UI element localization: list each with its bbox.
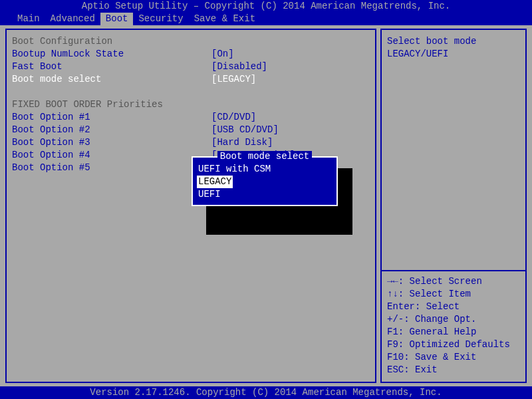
opt-fast-boot[interactable]: Fast Boot [Disabled]: [12, 61, 370, 73]
opt-value: [Hard Disk]: [211, 136, 273, 149]
popup-option-uefi[interactable]: UEFI: [197, 188, 332, 201]
opt-label: Boot Option #1: [12, 111, 211, 124]
content-area: Boot Configuration Bootup NumLock State …: [0, 25, 532, 386]
key-hint: ESC: Exit: [387, 364, 520, 376]
footer-bar: Version 2.17.1246. Copyright (C) 2014 Am…: [0, 386, 532, 399]
boot-option-3[interactable]: Boot Option #3 [Hard Disk]: [12, 136, 370, 149]
boot-option-1[interactable]: Boot Option #1 [CD/DVD]: [12, 111, 370, 124]
opt-label: Boot Option #3: [12, 136, 211, 149]
opt-value: [LEGACY]: [211, 73, 256, 86]
boot-option-2[interactable]: Boot Option #2 [USB CD/DVD]: [12, 124, 370, 136]
opt-value: [USB CD/DVD]: [211, 124, 279, 136]
bios-screen: Aptio Setup Utility – Copyright (C) 2014…: [0, 0, 532, 399]
side-panel: Select boot mode LEGACY/UEFI →←: Select …: [380, 29, 527, 383]
boot-mode-popup: Boot mode select UEFI with CSM LEGACY UE…: [192, 156, 338, 206]
opt-label: Boot Option #4: [12, 149, 211, 162]
opt-numlock[interactable]: Bootup NumLock State [On]: [12, 48, 370, 61]
help-line: LEGACY/UEFI: [387, 48, 520, 61]
menu-advanced[interactable]: Advanced: [45, 13, 100, 25]
section-heading-label: FIXED BOOT ORDER Priorities: [12, 98, 163, 111]
popup-title-text: Boot mode select: [217, 151, 312, 162]
key-hint: ↑↓: Select Item: [387, 288, 520, 301]
opt-boot-mode-select[interactable]: Boot mode select [LEGACY]: [12, 73, 370, 86]
opt-label: Bootup NumLock State: [12, 48, 211, 61]
help-line: Select boot mode: [387, 35, 520, 48]
key-hint: +/-: Change Opt.: [387, 313, 520, 326]
title-bar: Aptio Setup Utility – Copyright (C) 2014…: [0, 0, 532, 13]
help-divider: [382, 270, 525, 271]
menu-save-exit[interactable]: Save & Exit: [189, 13, 261, 25]
main-panel: Boot Configuration Bootup NumLock State …: [5, 29, 376, 383]
opt-value: [On]: [211, 48, 234, 61]
opt-label: Boot Option #2: [12, 124, 211, 136]
opt-label: Fast Boot: [12, 61, 211, 73]
opt-value: [CD/DVD]: [211, 111, 256, 124]
popup-option-legacy[interactable]: LEGACY: [197, 176, 233, 188]
key-hints: →←: Select Screen ↑↓: Select Item Enter:…: [387, 275, 520, 376]
key-hint: F10: Save & Exit: [387, 351, 520, 364]
section-heading-boot-order: FIXED BOOT ORDER Priorities: [12, 98, 370, 111]
help-description: Select boot mode LEGACY/UEFI: [387, 35, 520, 267]
menu-boot[interactable]: Boot: [100, 13, 134, 25]
popup-options: UEFI with CSM LEGACY UEFI: [197, 163, 332, 201]
section-heading-boot-config: Boot Configuration: [12, 35, 370, 48]
key-hint: Enter: Select: [387, 301, 520, 313]
menu-main[interactable]: Main: [12, 13, 45, 25]
opt-label: Boot mode select: [12, 73, 211, 86]
section-heading-label: Boot Configuration: [12, 35, 112, 48]
popup-option-uefi-csm[interactable]: UEFI with CSM: [197, 163, 332, 176]
menu-security[interactable]: Security: [133, 13, 188, 25]
opt-value: [Disabled]: [211, 61, 267, 73]
opt-label: Boot Option #5: [12, 162, 211, 174]
key-hint: F9: Optimized Defaults: [387, 338, 520, 351]
spacer: [12, 86, 370, 98]
key-hint: F1: General Help: [387, 326, 520, 338]
popup-title: Boot mode select: [193, 151, 336, 162]
key-hint: →←: Select Screen: [387, 275, 520, 288]
menu-bar: Main Advanced Boot Security Save & Exit: [0, 13, 532, 25]
